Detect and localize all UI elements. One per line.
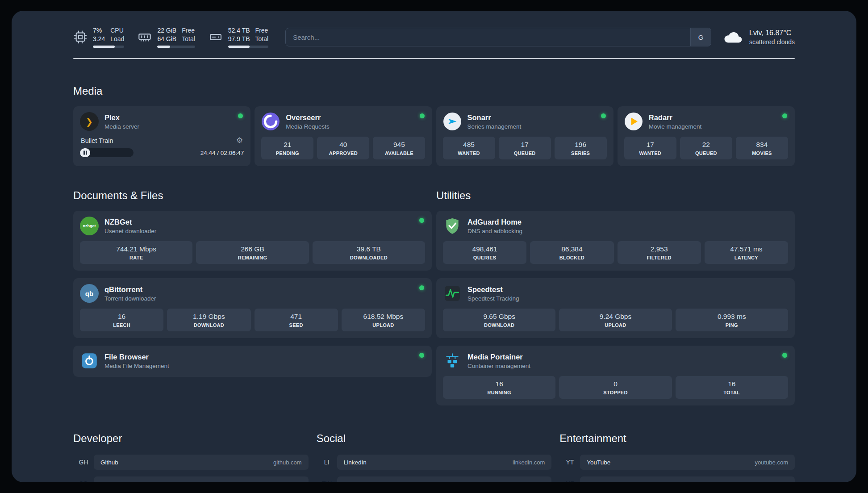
- service-subtitle: DNS and adblocking: [467, 228, 522, 234]
- cpu-icon: [73, 30, 88, 44]
- filebrowser-icon: [80, 351, 99, 370]
- bookmark-name: Twitter: [344, 481, 362, 483]
- bookmark-name: Github: [100, 459, 118, 466]
- header-divider: [73, 58, 795, 59]
- qbittorrent-icon: qb: [80, 284, 99, 303]
- memory-free-label: Free: [182, 26, 195, 34]
- disk-free: 52.4 TB: [228, 26, 250, 34]
- stat-approved: 40 APPROVED: [317, 137, 369, 159]
- bookmark-youtube[interactable]: YT YouTube youtube.com: [559, 455, 795, 470]
- service-name: qBittorrent: [104, 285, 156, 294]
- bookmark-linkedin[interactable]: LI LinkedIn linkedin.com: [317, 455, 552, 470]
- service-subtitle: Media server: [104, 123, 139, 130]
- stat-download: 1.19 Gbps DOWNLOAD: [167, 309, 250, 331]
- sonarr-icon: [443, 112, 462, 131]
- stat-total: 16 TOTAL: [676, 376, 788, 399]
- stat-downloaded: 39.6 TB DOWNLOADED: [313, 241, 425, 264]
- bookmark-name: Netflix: [587, 481, 604, 483]
- adguard-icon: [443, 217, 462, 235]
- disk-widget: 52.4 TB 97.9 TB Free Total: [209, 26, 268, 47]
- service-subtitle: Media File Management: [104, 363, 169, 369]
- topbar: 7% 3.24 CPU Load: [73, 23, 795, 51]
- bookmark-name: StackOverflow: [100, 481, 139, 483]
- bookmark-url: linkedin.com: [513, 459, 545, 466]
- service-subtitle: Container management: [467, 363, 530, 369]
- service-subtitle: Speedtest Tracking: [467, 295, 519, 302]
- memory-icon: [138, 30, 152, 44]
- section-title-developer: Developer: [73, 432, 309, 445]
- service-card-filebrowser[interactable]: File Browser Media File Management: [73, 346, 432, 377]
- stat-running: 16 RUNNING: [443, 376, 555, 399]
- cloud-icon: [723, 30, 743, 44]
- service-name: AdGuard Home: [467, 218, 522, 226]
- service-card-speedtest[interactable]: Speedtest Speedtest Tracking 9.65 Gbps D…: [436, 278, 795, 338]
- cpu-usage-fill: [93, 46, 115, 48]
- search-bar: G: [285, 28, 711, 46]
- service-card-sonarr[interactable]: Sonarr Series management 485 WANTED 17 Q…: [436, 106, 613, 166]
- stat-latency: 47.571 ms LATENCY: [705, 241, 788, 264]
- cpu-widget: 7% 3.24 CPU Load: [73, 26, 124, 47]
- bookmark-github[interactable]: GH Github github.com: [73, 455, 309, 470]
- service-subtitle: Media Requests: [286, 123, 330, 130]
- service-subtitle: Movie management: [649, 123, 702, 130]
- plex-icon: ❯: [80, 112, 99, 131]
- seek-bar[interactable]: [80, 148, 134, 157]
- bookmark-twitter[interactable]: TW Twitter twitter.com: [317, 476, 552, 482]
- service-name: Sonarr: [467, 113, 522, 122]
- plex-now-playing: Bullet Train ⚙ 24:44 / 02:06:47: [80, 137, 244, 157]
- service-subtitle: Torrent downloader: [104, 295, 156, 302]
- status-dot-online: [419, 218, 424, 223]
- bookmark-abbr: SO: [73, 476, 94, 482]
- playback-time: 24:44 / 02:06:47: [200, 150, 244, 156]
- stat-download: 9.65 Gbps DOWNLOAD: [443, 309, 555, 331]
- bookmark-url: github.com: [273, 459, 302, 466]
- stat-queries: 498,461 QUERIES: [443, 241, 526, 264]
- pause-icon[interactable]: [83, 151, 87, 155]
- service-name: Plex: [104, 113, 139, 122]
- bookmark-stackoverflow[interactable]: SO StackOverflow stackoverflow.com: [73, 476, 309, 482]
- speedtest-icon: [443, 284, 462, 303]
- disk-icon: [209, 30, 223, 44]
- search-engine-button[interactable]: G: [690, 28, 711, 46]
- service-subtitle: Series management: [467, 123, 522, 130]
- service-card-qbittorrent[interactable]: qb qBittorrent Torrent downloader 16 LEE…: [73, 278, 432, 338]
- bookmark-name: LinkedIn: [344, 459, 367, 466]
- stat-leech: 16 LEECH: [80, 309, 163, 331]
- bookmarks-social: Social LI LinkedIn linkedin.com TW Twitt…: [317, 432, 552, 482]
- service-card-nzbget[interactable]: nzbget NZBGet Usenet downloader 744.21 M…: [73, 211, 432, 271]
- weather-location: Lviv, 16.87°C: [749, 29, 795, 37]
- memory-usage-fill: [157, 46, 170, 48]
- weather-condition: scattered clouds: [749, 38, 795, 46]
- bookmark-netflix[interactable]: NF Netflix netflix.com: [559, 476, 795, 482]
- section-title-entertainment: Entertainment: [559, 432, 795, 445]
- service-card-overseerr[interactable]: Overseerr Media Requests 21 PENDING 40 A…: [255, 106, 432, 166]
- radarr-icon: [624, 112, 643, 131]
- stat-queued: 22 QUEUED: [680, 137, 732, 159]
- bookmark-abbr: YT: [559, 455, 580, 470]
- gear-icon[interactable]: ⚙: [236, 137, 243, 144]
- stat-wanted: 17 WANTED: [624, 137, 676, 159]
- service-name: File Browser: [104, 353, 169, 361]
- bookmark-url: twitter.com: [517, 481, 545, 483]
- service-card-radarr[interactable]: Radarr Movie management 17 WANTED 22 QUE…: [618, 106, 795, 166]
- disk-total-label: Total: [255, 35, 269, 43]
- stat-filtered: 2,953 FILTERED: [618, 241, 701, 264]
- section-title-documents: Documents & Files: [73, 189, 432, 202]
- stat-wanted: 485 WANTED: [443, 137, 495, 159]
- stat-remaining: 266 GB REMAINING: [196, 241, 309, 264]
- cpu-usage-bar: [93, 46, 124, 48]
- stat-available: 945 AVAILABLE: [373, 137, 425, 159]
- service-card-plex[interactable]: ❯ Plex Media server Bullet Train ⚙: [73, 106, 250, 166]
- weather-widget: Lviv, 16.87°C scattered clouds: [723, 29, 795, 46]
- disk-usage-bar: [228, 46, 268, 48]
- bookmark-abbr: TW: [317, 476, 337, 482]
- bookmark-abbr: GH: [73, 455, 94, 470]
- service-card-portainer[interactable]: Media Portainer Container management 16 …: [436, 346, 795, 405]
- stat-ping: 0.993 ms PING: [676, 309, 788, 331]
- status-dot-online: [419, 285, 424, 290]
- memory-total-label: Total: [182, 35, 195, 43]
- stat-upload: 9.24 Gbps UPLOAD: [559, 309, 672, 331]
- service-card-adguard[interactable]: AdGuard Home DNS and adblocking 498,461 …: [436, 211, 795, 271]
- bookmark-url: netflix.com: [760, 481, 788, 483]
- search-input[interactable]: [285, 28, 711, 46]
